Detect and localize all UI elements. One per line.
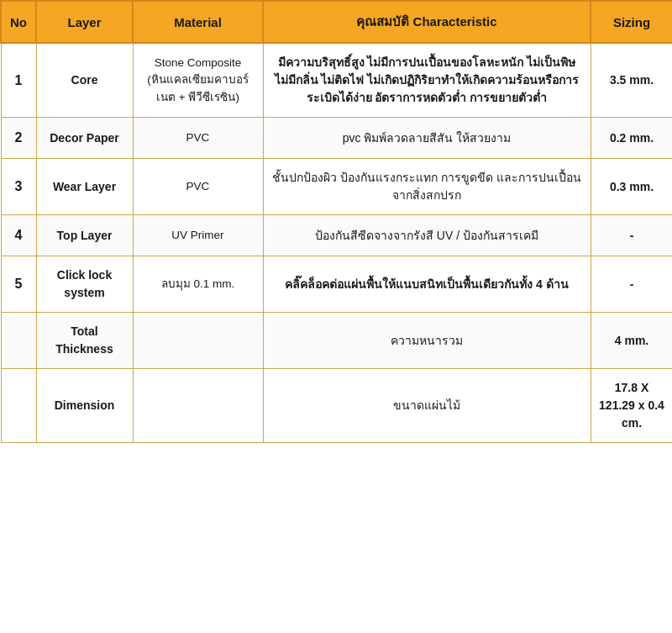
row-sizing: 0.3 mm. bbox=[591, 159, 672, 215]
header-sizing: Sizing bbox=[591, 1, 672, 43]
table-row: 4Top LayerUV Primerป้องกันสีซีดจางจากรัง… bbox=[1, 215, 672, 256]
row-no bbox=[1, 369, 36, 443]
row-sizing: 0.2 mm. bbox=[591, 118, 672, 159]
row-material: PVC bbox=[133, 118, 263, 159]
row-characteristic: ป้องกันสีซีดจางจากรังสี UV / ป้องกันสารเ… bbox=[263, 215, 591, 256]
table-row: 1CoreStone Composite(หินแคลเซียมคาบอร์เน… bbox=[1, 43, 672, 118]
row-characteristic: ความหนารวม bbox=[263, 313, 591, 369]
row-sizing: 3.5 mm. bbox=[591, 43, 672, 118]
row-material: PVC bbox=[133, 159, 263, 215]
row-layer: Click lock system bbox=[36, 256, 133, 313]
row-no: 4 bbox=[1, 215, 36, 256]
row-layer: Decor Paper bbox=[36, 118, 133, 159]
row-material bbox=[133, 313, 263, 369]
product-table: No Layer Material คุณสมบัติ Characterist… bbox=[0, 0, 672, 443]
row-layer: Dimension bbox=[36, 369, 133, 443]
row-characteristic: มีความบริสุทธิ์สูง ไม่มีการปนเปื้อนของโล… bbox=[263, 43, 591, 118]
row-layer: Total Thickness bbox=[36, 313, 133, 369]
row-characteristic: คลิ๊คล็อคต่อแผ่นพื้นให้แนบสนิทเป็นพื้นเด… bbox=[263, 256, 591, 313]
row-material: Stone Composite(หินแคลเซียมคาบอร์เนต + พ… bbox=[133, 43, 263, 118]
table-row: 2Decor PaperPVCpvc พิมพ์ลวดลายสีสัน ให้ส… bbox=[1, 118, 672, 159]
table-row: 3Wear LayerPVCชั้นปกป้องผิว ป้องกันแรงกร… bbox=[1, 159, 672, 215]
row-no: 5 bbox=[1, 256, 36, 313]
row-layer: Top Layer bbox=[36, 215, 133, 256]
row-material bbox=[133, 369, 263, 443]
row-no: 3 bbox=[1, 159, 36, 215]
row-sizing: 4 mm. bbox=[591, 313, 672, 369]
header-no: No bbox=[1, 1, 36, 43]
row-no bbox=[1, 313, 36, 369]
table-row: 5Click lock systemลบมุม 0.1 mm.คลิ๊คล็อค… bbox=[1, 256, 672, 313]
row-sizing: 17.8 X 121.29 x 0.4 cm. bbox=[591, 369, 672, 443]
row-layer: Wear Layer bbox=[36, 159, 133, 215]
row-material: ลบมุม 0.1 mm. bbox=[133, 256, 263, 313]
row-no: 1 bbox=[1, 43, 36, 118]
row-sizing: - bbox=[591, 256, 672, 313]
row-material: UV Primer bbox=[133, 215, 263, 256]
row-characteristic: ชั้นปกป้องผิว ป้องกันแรงกระแทก การขูดขีด… bbox=[263, 159, 591, 215]
header-layer: Layer bbox=[36, 1, 133, 43]
header-characteristic: คุณสมบัติ Characteristic bbox=[263, 1, 591, 43]
row-layer: Core bbox=[36, 43, 133, 118]
header-material: Material bbox=[133, 1, 263, 43]
row-sizing: - bbox=[591, 215, 672, 256]
row-characteristic: ขนาดแผ่นไม้ bbox=[263, 369, 591, 443]
row-no: 2 bbox=[1, 118, 36, 159]
table-row: Total Thicknessความหนารวม4 mm. bbox=[1, 313, 672, 369]
table-row: Dimensionขนาดแผ่นไม้17.8 X 121.29 x 0.4 … bbox=[1, 369, 672, 443]
row-characteristic: pvc พิมพ์ลวดลายสีสัน ให้สวยงาม bbox=[263, 118, 591, 159]
